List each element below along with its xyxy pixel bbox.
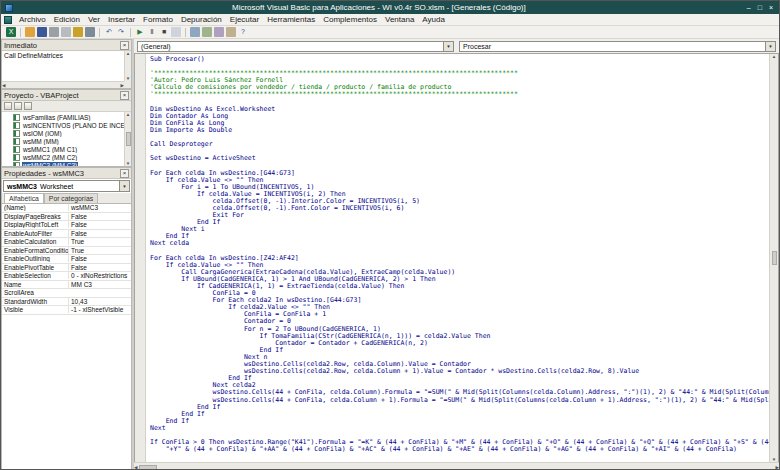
project-explorer-icon[interactable] [190, 27, 200, 37]
code-line[interactable]: Next n [150, 354, 769, 361]
property-row-enableautofilter[interactable]: EnableAutoFilterFalse [2, 230, 131, 239]
code-text-area[interactable]: Sub Procesar() '************************… [146, 54, 769, 462]
code-line[interactable]: If celda.Value = INCENTIVOS(i, 2) Then [150, 191, 769, 198]
code-line[interactable]: If ConFila > 0 Then wsDestino.Range("K41… [150, 439, 769, 446]
property-row-displaypagebreaks[interactable]: DisplayPageBreaksFalse [2, 213, 131, 222]
scroll-right-icon[interactable]: ▶ [776, 465, 779, 470]
property-row-visible[interactable]: Visible-1 - xlSheetVisible [2, 306, 131, 315]
find-icon[interactable] [85, 27, 95, 37]
run-icon[interactable]: ▶ [135, 27, 145, 37]
code-line[interactable]: If TomaFamilia(CStr(CadGENERICA(n, 1))) … [150, 333, 769, 340]
property-row-enablepivottable[interactable]: EnablePivotTableFalse [2, 264, 131, 273]
code-line[interactable] [150, 148, 769, 155]
menu-item-formato[interactable]: Formato [139, 15, 177, 24]
code-line[interactable]: celda.Offset(0, -1).Font.Color = INCENTI… [150, 205, 769, 212]
code-line[interactable] [150, 134, 769, 141]
menu-item-depuracion[interactable]: Depuración [177, 15, 226, 24]
property-row-enableselection[interactable]: EnableSelection0 - xlNoRestrictions [2, 272, 131, 281]
code-line[interactable]: For n = 2 To UBound(CadGENERICA, 1) [150, 326, 769, 333]
menu-item-insertar[interactable]: Insertar [104, 15, 139, 24]
menu-item-edicion[interactable]: Edición [50, 15, 84, 24]
code-line[interactable]: If celda2.Value <> "" Then [150, 304, 769, 311]
project-scrollbar[interactable]: ▲ ▼ [124, 112, 131, 166]
scroll-down-icon[interactable]: ▼ [126, 161, 130, 166]
code-line[interactable]: Next [150, 425, 769, 432]
code-line[interactable]: wsDestino.Cells(44 + ConFila, celda.Colu… [150, 389, 769, 396]
immediate-content-area[interactable]: Call DefineMatrices ▲ ▼ ◀ ▶ [2, 51, 131, 88]
code-line[interactable]: Dim ConFila As Long [150, 120, 769, 127]
code-line[interactable]: Next celda2 [150, 382, 769, 389]
close-button[interactable]: × [769, 3, 773, 13]
property-row-name[interactable]: (Name)wsMMC3 [2, 204, 131, 213]
immediate-content[interactable]: Call DefineMatrices [2, 51, 124, 81]
properties-object-dropdown[interactable]: wsMMC3 Worksheet ▼ [3, 180, 130, 192]
procedure-dropdown[interactable]: Procesar ▼ [459, 41, 776, 52]
code-line[interactable]: Set wsDestino = ActiveSheet [150, 155, 769, 162]
code-line[interactable] [150, 162, 769, 169]
break-icon[interactable]: Ⅱ [147, 27, 157, 37]
code-line[interactable]: Contador = Contador + CadGENERICA(n, 2) [150, 340, 769, 347]
cut-icon[interactable] [49, 27, 59, 37]
object-dropdown[interactable]: (General) ▼ [137, 41, 454, 52]
property-row-scrollarea[interactable]: ScrollArea [2, 289, 131, 298]
code-line[interactable] [150, 99, 769, 106]
scroll-left-icon[interactable]: ◀ [134, 465, 137, 470]
code-line[interactable]: celda.Offset(0, -1).Interior.Color = INC… [150, 198, 769, 205]
scrollbar-thumb[interactable] [126, 132, 131, 146]
code-line[interactable]: 'Cálculo de comisiones por vendedor / ti… [150, 84, 769, 91]
editor-horizontal-scrollbar[interactable]: ◀ ▶ [134, 462, 779, 470]
code-line[interactable]: End If [150, 233, 769, 240]
object-browser-icon[interactable] [214, 27, 224, 37]
code-line[interactable]: End If [150, 219, 769, 226]
menu-item-ventana[interactable]: Ventana [381, 15, 418, 24]
menu-item-ejecutar[interactable]: Ejecutar [226, 15, 263, 24]
undo-icon[interactable]: ↶ [104, 27, 114, 37]
code-line[interactable]: For i = 1 To UBound(INCENTIVOS, 1) [150, 184, 769, 191]
immediate-vertical-scrollbar[interactable]: ▲ ▼ [124, 51, 131, 81]
property-row-name[interactable]: NameMM C3 [2, 281, 131, 290]
project-item-wsincentivos-plano-de-incentivos[interactable]: wsINCENTIVOS (PLANO DE INCENTIVOS) [2, 121, 124, 129]
project-close-icon[interactable]: × [120, 91, 129, 100]
code-line[interactable]: wsDestino.Cells(celda2.Row, celda.Column… [150, 361, 769, 368]
tab-alphabetic[interactable]: Alfabética [4, 193, 44, 203]
margin-indicator-bar[interactable] [135, 54, 146, 462]
code-line[interactable]: Sub Procesar() [150, 56, 769, 63]
property-row-enableoutlining[interactable]: EnableOutliningFalse [2, 255, 131, 264]
code-line[interactable]: Dim Contador As Long [150, 113, 769, 120]
chevron-down-icon[interactable]: ▼ [765, 42, 775, 51]
toggle-folders-icon[interactable] [24, 102, 32, 110]
menu-item-complementos[interactable]: Complementos [319, 15, 381, 24]
scroll-up-icon[interactable]: ▲ [772, 54, 776, 59]
code-line[interactable]: If CadGENERICA(1, 1) = ExtraeTienda(celd… [150, 283, 769, 290]
scrollbar-thumb[interactable] [139, 465, 157, 470]
project-item-wsfamilias-familias[interactable]: wsFamilias (FAMILIAS) [2, 113, 124, 121]
code-line[interactable]: End If [150, 347, 769, 354]
code-line[interactable]: 'Autor: Pedro Luis Sánchez Fornell [150, 77, 769, 84]
code-line[interactable]: If celda.Value <> "" Then [150, 262, 769, 269]
code-line[interactable]: If celda.Value <> "" Then [150, 177, 769, 184]
redo-icon[interactable]: ↷ [116, 27, 126, 37]
property-row-standardwidth[interactable]: StandardWidth10,43 [2, 298, 131, 307]
property-row-displayrighttoleft[interactable]: DisplayRightToLeftFalse [2, 221, 131, 230]
code-line[interactable] [150, 248, 769, 255]
code-line[interactable]: For Each celda2 In wsDestino.[G44:G73] [150, 297, 769, 304]
code-line[interactable]: End If [150, 418, 769, 425]
scrollbar-thumb[interactable] [772, 251, 777, 265]
code-line[interactable]: End If [150, 411, 769, 418]
maximize-button[interactable]: □ [758, 3, 762, 13]
insert-userform-icon[interactable] [25, 27, 35, 37]
chevron-down-icon[interactable]: ▼ [119, 181, 129, 191]
code-line[interactable]: End If [150, 375, 769, 382]
code-line[interactable]: Dim wsDestino As Excel.Worksheet [150, 106, 769, 113]
property-row-enablecalculation[interactable]: EnableCalculationTrue [2, 238, 131, 247]
code-line[interactable] [150, 63, 769, 70]
code-line[interactable]: Dim Importe As Double [150, 127, 769, 134]
scroll-up-icon[interactable]: ▲ [126, 112, 130, 117]
design-mode-icon[interactable] [171, 27, 181, 37]
code-line[interactable]: Contador = 0 [150, 318, 769, 325]
project-item-wsmmc2-mm-c2[interactable]: wsMMC2 (MM C2) [2, 153, 124, 161]
help-icon[interactable]: ? [238, 27, 248, 37]
view-object-icon[interactable] [14, 102, 22, 110]
scroll-left-icon[interactable]: ◀ [2, 83, 5, 88]
code-line[interactable]: Exit For [150, 212, 769, 219]
